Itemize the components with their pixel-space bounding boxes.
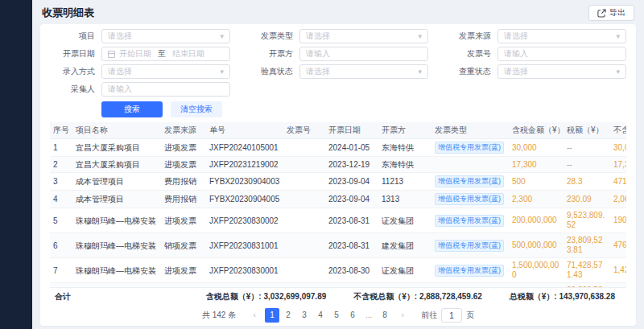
table-cell: 增值税专用发票(蓝) — [431, 208, 509, 233]
issuer-input[interactable]: 请输入 — [299, 47, 428, 61]
table-cell: 2023-09-04 — [325, 173, 378, 191]
filter-label-invoice-no: 发票号 — [446, 48, 491, 60]
table-cell — [283, 139, 325, 157]
content-card: 项目请选择▾发票类型请选择▾发票来源请选择▾开票日期开始日期至结束日期开票方请输… — [40, 24, 636, 326]
table-cell: 5 — [50, 208, 72, 233]
table-cell: 增值税专用发票(蓝) — [431, 258, 509, 283]
column-header: 发票类型 — [431, 122, 509, 139]
column-header: 项目名称 — [72, 122, 161, 139]
table-row[interactable]: 5珠穆朗玛峰—电梯安装进项发票JXFP202308300022023-08-31… — [50, 208, 626, 233]
clear-search-button[interactable]: 清空搜索 — [171, 101, 222, 117]
page-button-4[interactable]: 4 — [313, 308, 328, 323]
table-cell: 证发集团 — [378, 208, 431, 233]
page-jump-input[interactable] — [441, 308, 462, 323]
data-table-container: 序号项目名称发票来源单号发票号开票日期开票方发票类型含税金额（¥）税额（¥）不含… — [50, 122, 626, 287]
entry-method-placeholder: 请选择 — [108, 66, 132, 77]
table-cell — [283, 233, 325, 258]
sidebar-nav[interactable] — [0, 0, 32, 329]
invoice-source-select[interactable]: 请选择▾ — [497, 29, 626, 43]
table-cell: 宜昌大厦采购项目 — [72, 139, 161, 157]
issuer-placeholder: 请输入 — [306, 48, 330, 60]
chevron-down-icon: ▾ — [220, 33, 224, 40]
table-cell: 费用报销 — [161, 191, 206, 208]
collector-input[interactable]: 请输入 — [101, 82, 230, 97]
project-select[interactable]: 请选择▾ — [101, 29, 230, 43]
table-cell: 476,190,476.19 — [610, 233, 626, 258]
table-cell — [283, 173, 325, 191]
pagination-prev-icon[interactable]: ‹ — [247, 308, 262, 323]
table-cell: -- — [564, 157, 610, 173]
project-placeholder: 请选择 — [108, 31, 132, 42]
table-cell — [283, 208, 325, 233]
chevron-down-icon: ▾ — [616, 68, 620, 76]
filter-field-invoice-type: 发票类型请选择▾ — [248, 29, 428, 43]
table-row[interactable]: 1宜昌大厦采购项目进项发票JXFP202401050012024-01-05东海… — [50, 139, 626, 157]
filter-field-dedup-status: 查重状态请选择▾ — [446, 64, 626, 79]
table-cell: 200,000,000 — [509, 208, 564, 233]
dedup-status-select[interactable]: 请选择▾ — [497, 64, 626, 79]
table-cell: JXFP20240105001 — [206, 139, 283, 157]
chevron-down-icon: ▾ — [220, 68, 224, 76]
table-row[interactable]: 4成本管理项目费用报销FYBX202309040052023-09-041313… — [50, 191, 626, 208]
invoice-type-select[interactable]: 请选择▾ — [299, 29, 428, 43]
column-header: 发票号 — [283, 122, 325, 139]
page-button-5[interactable]: 5 — [329, 308, 344, 323]
column-header: 税额（¥） — [564, 122, 610, 139]
verify-status-select[interactable]: 请选择▾ — [299, 64, 428, 79]
table-cell: 宜昌大厦采购项目 — [72, 157, 161, 173]
page-button-6[interactable]: 6 — [345, 308, 360, 323]
total-item: 不含税总额（¥）: 2,888,728,459.62 — [353, 291, 482, 302]
table-row[interactable]: 2宜昌大厦采购项目进项发票JXFP202312190022023-12-19东海… — [50, 157, 626, 173]
column-header: 含税金额（¥） — [509, 122, 564, 139]
jump-label-prefix: 前往 — [421, 310, 437, 321]
column-header: 序号 — [50, 122, 72, 139]
export-button[interactable]: 导出 — [588, 5, 634, 21]
table-cell: 1 — [50, 139, 72, 157]
table-row[interactable]: 3成本管理项目费用报销FYBX202309040032023-09-041121… — [50, 173, 626, 191]
table-cell: 500 — [509, 173, 564, 191]
search-button[interactable]: 搜索 — [101, 101, 163, 117]
table-row[interactable]: 6珠穆朗玛峰—电梯安装销项发票JXFP202308310012023-08-31… — [50, 233, 626, 258]
table-cell — [431, 157, 509, 173]
invoice-no-placeholder: 请输入 — [504, 48, 528, 60]
page-title: 收票明细表 — [42, 6, 94, 20]
totals-label: 合计 — [55, 291, 71, 302]
table-cell: 28.3 — [564, 173, 610, 191]
table-cell: 11213 — [378, 173, 431, 191]
table-cell: FYBX20230904005 — [206, 191, 283, 208]
total-value: 143,970,638.28 — [559, 292, 615, 301]
total-item: 总税额（¥）: 143,970,638.28 — [510, 291, 615, 302]
data-table: 序号项目名称发票来源单号发票号开票日期开票方发票类型含税金额（¥）税额（¥）不含… — [50, 122, 626, 287]
table-cell: 1313 — [378, 191, 431, 208]
table-cell: 增值税专用发票(蓝) — [431, 173, 509, 191]
table-cell: 2023-12-19 — [325, 157, 378, 173]
table-cell: 7 — [50, 258, 72, 283]
page-button-8[interactable]: 8 — [378, 308, 392, 323]
table-cell: 销项发票 — [161, 233, 206, 258]
filter-field-collector: 采集人请输入 — [50, 82, 230, 97]
column-header: 开票日期 — [325, 122, 378, 139]
jump-label-suffix: 页 — [466, 310, 474, 321]
invoice-no-input[interactable]: 请输入 — [497, 47, 626, 61]
table-cell: 30,000 — [610, 139, 626, 157]
filter-field-verify-status: 验真状态请选择▾ — [248, 64, 428, 79]
table-cell: 2024-01-05 — [325, 139, 378, 157]
table-cell: 190,476,190.48 — [610, 208, 626, 233]
table-row[interactable]: 7珠穆朗玛峰—电梯安装进项发票JXFP202308300012023-08-30… — [50, 258, 626, 283]
page-button-1[interactable]: 1 — [265, 308, 279, 323]
page-button-3[interactable]: 3 — [297, 308, 312, 323]
invoice-type-placeholder: 请选择 — [306, 31, 330, 42]
date-separator: 至 — [158, 48, 166, 60]
total-item: 含税总额（¥）: 3,032,699,097.89 — [206, 291, 327, 302]
table-cell: 成本管理项目 — [72, 173, 161, 191]
entry-method-select[interactable]: 请选择▾ — [101, 64, 230, 79]
table-cell: 2023-08-31 — [325, 208, 378, 233]
table-cell: 17,300 — [509, 157, 564, 173]
pagination-next-icon[interactable]: › — [395, 308, 410, 323]
table-cell: 471.7 — [610, 173, 626, 191]
chevron-down-icon: ▾ — [616, 33, 620, 40]
invoice-type-tag: 增值税专用发票(蓝) — [435, 215, 504, 227]
invoice-type-tag: 增值税专用发票(蓝) — [435, 240, 504, 252]
page-button-2[interactable]: 2 — [281, 308, 295, 323]
invoice-date-daterange[interactable]: 开始日期至结束日期 — [101, 47, 230, 61]
